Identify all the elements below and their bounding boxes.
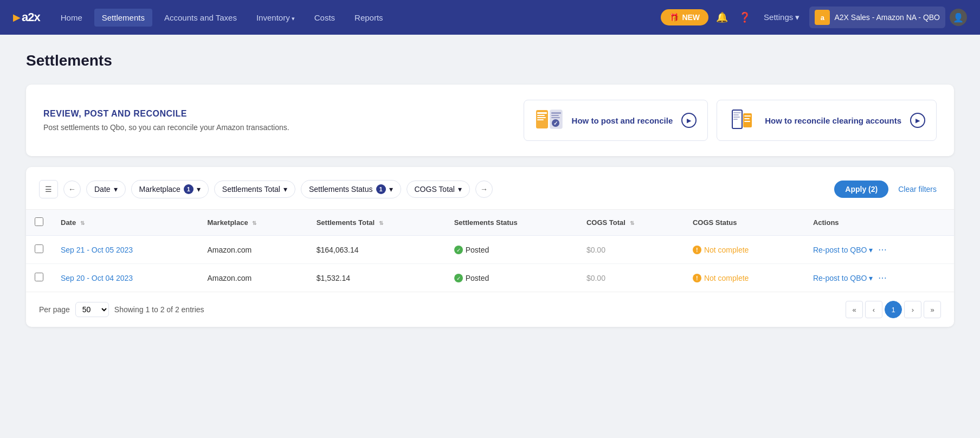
marketplace-filter[interactable]: Marketplace 1 ▾ xyxy=(131,180,209,198)
svg-rect-7 xyxy=(551,115,559,116)
nav-settlements[interactable]: Settlements xyxy=(94,9,152,27)
svg-rect-12 xyxy=(733,112,741,113)
svg-rect-19 xyxy=(744,121,750,122)
chevron-down-icon-action2: ▾ xyxy=(869,274,873,282)
clear-filters-button[interactable]: Clear filters xyxy=(894,183,941,196)
svg-rect-15 xyxy=(733,119,738,120)
warn-icon-row2: ! xyxy=(693,274,701,282)
settlements-total-filter[interactable]: Settlements Total ▾ xyxy=(214,181,295,198)
play-icon: ▶ xyxy=(681,113,697,128)
row1-marketplace: Amazon.com xyxy=(199,236,308,264)
page-1-button[interactable]: 1 xyxy=(885,301,902,318)
filter-icon-button[interactable]: ☰ xyxy=(39,180,58,198)
notifications-button[interactable]: 🔔 xyxy=(713,8,731,27)
filter-prev-button[interactable]: ← xyxy=(63,181,81,198)
row2-marketplace: Amazon.com xyxy=(199,264,308,292)
settlements-total-filter-label: Settlements Total xyxy=(222,185,280,194)
gift-icon: 🎁 xyxy=(669,13,679,22)
per-page-select[interactable]: 50 25 100 xyxy=(75,302,109,317)
row1-checkbox[interactable] xyxy=(35,244,43,253)
settlements-status-filter-badge: 1 xyxy=(376,184,386,194)
row2-status-badge: ✓ Posted xyxy=(454,274,489,282)
reconcile-clearing-label: How to reconcile clearing accounts xyxy=(765,116,901,125)
chevron-down-icon: ▾ xyxy=(114,185,118,194)
select-all-checkbox[interactable] xyxy=(35,217,43,226)
info-card-title: REVIEW, POST AND RECONCILE xyxy=(43,109,502,119)
row1-checkbox-cell[interactable] xyxy=(26,236,52,264)
cogs-total-filter-label: COGS Total xyxy=(415,185,455,194)
settlements-status-filter[interactable]: Settlements Status 1 ▾ xyxy=(301,180,401,198)
next-page-button[interactable]: › xyxy=(904,301,921,318)
chevron-down-icon-marketplace: ▾ xyxy=(197,185,201,194)
table-row: Sep 21 - Oct 05 2023 Amazon.com $164,063… xyxy=(26,236,954,264)
row2-settlements-total: $1,532.14 xyxy=(308,264,446,292)
nav-reports[interactable]: Reports xyxy=(347,9,391,27)
play-icon-2: ▶ xyxy=(910,113,925,128)
table-card: ☰ ← Date ▾ Marketplace 1 ▾ Settlements T… xyxy=(26,167,954,327)
row1-more-button[interactable]: ⋯ xyxy=(878,244,887,255)
help-button[interactable]: ❓ xyxy=(736,8,754,27)
col-marketplace[interactable]: Marketplace ⇅ xyxy=(199,210,308,236)
reconcile-clearing-link[interactable]: How to reconcile clearing accounts ▶ xyxy=(717,100,937,141)
last-page-button[interactable]: » xyxy=(924,301,941,318)
new-button[interactable]: 🎁 NEW xyxy=(661,9,708,25)
row2-checkbox-cell[interactable] xyxy=(26,264,52,292)
col-cogs-total[interactable]: COGS Total ⇅ xyxy=(578,210,684,236)
row2-settlements-status: ✓ Posted xyxy=(446,264,578,292)
logo-arrow-icon: ▶ xyxy=(13,11,21,23)
nav-costs[interactable]: Costs xyxy=(307,9,343,27)
chevron-down-icon-cogs: ▾ xyxy=(458,185,462,194)
date-filter[interactable]: Date ▾ xyxy=(86,181,126,198)
table-row: Sep 20 - Oct 04 2023 Amazon.com $1,532.1… xyxy=(26,264,954,292)
svg-rect-13 xyxy=(733,114,739,115)
post-reconcile-link[interactable]: ✓ How to post and reconcile ▶ xyxy=(524,100,708,141)
per-page-label: Per page xyxy=(39,305,70,314)
account-selector[interactable]: a A2X Sales - Amazon NA - QBO xyxy=(809,7,945,28)
page-title: Settlements xyxy=(26,52,954,69)
marketplace-filter-badge: 1 xyxy=(184,184,194,194)
prev-page-button[interactable]: ‹ xyxy=(865,301,882,318)
select-all-header[interactable] xyxy=(26,210,52,236)
first-page-button[interactable]: « xyxy=(846,301,863,318)
filter-next-button[interactable]: → xyxy=(475,181,493,198)
navbar: ▶ a2x Home Settlements Accounts and Taxe… xyxy=(0,0,980,35)
logo[interactable]: ▶ a2x xyxy=(13,10,40,24)
posted-icon: ✓ xyxy=(454,246,463,254)
apply-filters-button[interactable]: Apply (2) xyxy=(834,181,888,198)
row2-more-button[interactable]: ⋯ xyxy=(878,273,887,283)
svg-text:✓: ✓ xyxy=(553,120,558,126)
nav-home[interactable]: Home xyxy=(53,9,90,27)
svg-rect-17 xyxy=(744,115,751,117)
row1-repost-button[interactable]: Re-post to QBO ▾ xyxy=(813,246,873,254)
showing-text: Showing 1 to 2 of 2 entries xyxy=(114,305,204,314)
row2-checkbox[interactable] xyxy=(35,273,43,281)
account-icon: a xyxy=(815,10,830,25)
cogs-total-filter[interactable]: COGS Total ▾ xyxy=(407,181,470,198)
info-card-links: ✓ How to post and reconcile ▶ xyxy=(524,100,937,141)
table-footer: Per page 50 25 100 Showing 1 to 2 of 2 e… xyxy=(26,292,954,327)
svg-rect-6 xyxy=(551,112,561,114)
row2-date[interactable]: Sep 20 - Oct 04 2023 xyxy=(52,264,199,292)
post-reconcile-label: How to post and reconcile xyxy=(572,116,673,125)
account-name: A2X Sales - Amazon NA - QBO xyxy=(834,13,940,22)
svg-rect-3 xyxy=(537,117,546,118)
settlements-status-filter-label: Settlements Status xyxy=(309,185,373,194)
nav-accounts-taxes[interactable]: Accounts and Taxes xyxy=(157,9,244,27)
row1-date[interactable]: Sep 21 - Oct 05 2023 xyxy=(52,236,199,264)
row1-cogs-total: $0.00 xyxy=(578,236,684,264)
row1-settlements-total: $164,063.14 xyxy=(308,236,446,264)
nav-inventory[interactable]: Inventory xyxy=(249,9,302,27)
row2-cogs-status: ! Not complete xyxy=(684,264,804,292)
col-settlements-total[interactable]: Settlements Total ⇅ xyxy=(308,210,446,236)
sort-icon-date: ⇅ xyxy=(80,220,85,226)
svg-rect-18 xyxy=(744,118,750,119)
settings-button[interactable]: Settings ▾ xyxy=(758,9,805,25)
row2-repost-button[interactable]: Re-post to QBO ▾ xyxy=(813,274,873,282)
date-filter-label: Date xyxy=(94,185,111,194)
user-avatar[interactable]: 👤 xyxy=(950,9,967,26)
col-date[interactable]: Date ⇅ xyxy=(52,210,199,236)
info-card-text: REVIEW, POST AND RECONCILE Post settleme… xyxy=(43,109,502,132)
reconcile-clearing-icon xyxy=(728,109,756,132)
sort-icon-cogs: ⇅ xyxy=(630,220,634,226)
svg-rect-16 xyxy=(743,113,752,127)
